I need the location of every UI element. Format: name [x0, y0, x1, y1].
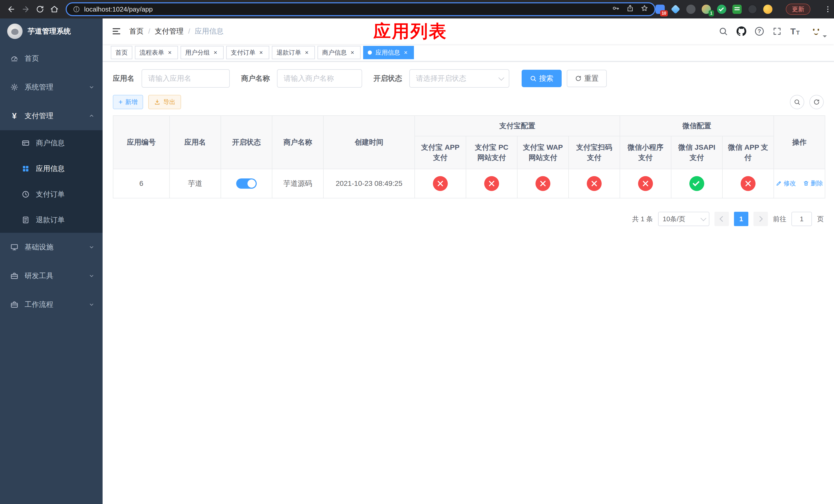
toggle-knob [247, 180, 256, 188]
tab-refund-order[interactable]: 退款订单 × [272, 46, 315, 59]
url-text[interactable]: localhost:1024/pay/app [84, 5, 608, 13]
navbar: 首页 / 支付管理 / 应用信息 应用列表 ? [103, 19, 834, 44]
alipay-app-pay-status-icon [433, 176, 448, 191]
tab-process-form[interactable]: 流程表单 × [135, 46, 178, 59]
breadcrumb-separator: / [188, 27, 190, 36]
fullscreen-icon[interactable] [772, 27, 782, 36]
browser-home-button[interactable] [47, 2, 62, 17]
close-icon[interactable]: × [212, 49, 219, 56]
goto-page-input[interactable] [791, 212, 812, 226]
extension-icon-dark[interactable] [686, 5, 696, 14]
sidebar-item-home[interactable]: 首页 [0, 44, 103, 73]
sidebar-item-refund-order[interactable]: 退款订单 [0, 207, 103, 233]
chevron-down-icon [89, 273, 94, 279]
extension-icon-knot[interactable] [748, 5, 757, 14]
sidebar-item-dev-tools[interactable]: 研发工具 [0, 261, 103, 290]
sidebar: 芋道管理系统 首页 系统管理 ¥ 支付管理 [0, 19, 103, 504]
tab-home[interactable]: 首页 [111, 46, 132, 59]
extension-icon-blue[interactable]: 10 [656, 5, 665, 14]
current-page[interactable]: 1 [734, 212, 748, 226]
extension-badge-green: 1 [708, 10, 714, 17]
tab-app-info-active[interactable]: 应用信息 × [363, 46, 414, 59]
sidebar-item-infrastructure[interactable]: 基础设施 [0, 233, 103, 261]
breadcrumb-home[interactable]: 首页 [129, 26, 144, 36]
delete-link[interactable]: 删除 [803, 179, 823, 187]
alipay-pc-pay-status-icon [484, 176, 499, 191]
status-toggle[interactable] [236, 178, 257, 189]
cell-actions: 修改 删除 [774, 169, 825, 198]
breadcrumb-current: 应用信息 [195, 26, 224, 36]
app-table: 应用编号 应用名 开启状态 商户名称 创建时间 支付宝配置 微信配置 操作 支付… [113, 115, 825, 199]
alipay-wap-pay-status-icon [535, 176, 550, 191]
breadcrumb: 首页 / 支付管理 / 应用信息 [129, 26, 224, 36]
filter-form: 应用名 商户名称 开启状态 请选择开启状态 [113, 69, 824, 88]
search-icon[interactable] [719, 27, 728, 36]
close-icon[interactable]: × [166, 49, 173, 56]
close-icon[interactable]: × [402, 49, 409, 56]
tab-user-group[interactable]: 用户分组 × [180, 46, 224, 59]
edit-link[interactable]: 修改 [776, 179, 796, 187]
browser-update-button[interactable]: 更新 [786, 4, 810, 15]
app-logo[interactable]: 芋道管理系统 [0, 19, 103, 44]
extension-icon-check[interactable] [717, 5, 726, 14]
chevron-up-icon [89, 113, 94, 119]
close-icon[interactable]: × [258, 49, 265, 56]
table-toolbar: + 新增 导出 [113, 95, 824, 109]
bookmark-star-icon[interactable] [641, 4, 648, 14]
sidebar-item-pay-order[interactable]: 支付订单 [0, 182, 103, 207]
payment-submenu: 商户信息 应用信息 支付订单 [0, 130, 103, 233]
navbar-actions: ? TT [719, 23, 826, 40]
prev-page-button[interactable] [715, 212, 729, 226]
col-header-alipay-pc: 支付宝 PC 网站支付 [466, 136, 517, 169]
browser-forward-button[interactable] [19, 2, 33, 17]
sidebar-item-merchant-info[interactable]: 商户信息 [0, 130, 103, 156]
cell-status [221, 169, 272, 198]
sidebar-item-payment[interactable]: ¥ 支付管理 [0, 101, 103, 130]
extension-icon-gem[interactable] [671, 5, 680, 14]
export-button[interactable]: 导出 [148, 95, 181, 109]
caret-down-icon [823, 36, 827, 40]
search-button[interactable]: 搜索 [522, 70, 562, 87]
status-select[interactable]: 请选择开启状态 [409, 69, 509, 88]
merchant-name-input[interactable] [277, 69, 362, 88]
app-name-input[interactable] [141, 69, 230, 88]
extension-icon-duck[interactable] [763, 5, 772, 14]
sidebar-item-app-info[interactable]: 应用信息 [0, 156, 103, 182]
clock-icon [22, 190, 30, 199]
tags-view-bar: 首页 流程表单 × 用户分组 × 支付订单 × 退款订单 × [103, 44, 834, 62]
breadcrumb-payment[interactable]: 支付管理 [155, 26, 184, 36]
toolbox-icon [10, 272, 19, 280]
next-page-button[interactable] [753, 212, 768, 226]
share-icon[interactable] [626, 4, 634, 14]
browser-reload-button[interactable] [33, 2, 47, 17]
user-avatar[interactable] [808, 23, 826, 40]
address-bar[interactable]: localhost:1024/pay/app [66, 2, 656, 16]
sidebar-item-system[interactable]: 系统管理 [0, 73, 103, 101]
refresh-button[interactable] [809, 95, 824, 109]
extension-icon-book[interactable] [732, 5, 742, 14]
sidebar-toggle-icon[interactable] [111, 26, 122, 37]
dashboard-icon [10, 54, 19, 63]
close-icon[interactable]: × [349, 49, 356, 56]
browser-back-button[interactable] [4, 2, 19, 17]
help-icon[interactable]: ? [755, 27, 764, 36]
monitor-icon [10, 243, 19, 251]
password-key-icon[interactable] [612, 4, 620, 14]
col-header-alipay-wap: 支付宝 WAP 网站支付 [517, 136, 569, 169]
sidebar-item-workflow[interactable]: 工作流程 [0, 290, 103, 319]
card-icon [22, 139, 30, 147]
col-group-alipay: 支付宝配置 [415, 116, 620, 136]
page-size-select[interactable]: 10条/页 [658, 212, 709, 226]
tab-pay-order[interactable]: 支付订单 × [226, 46, 269, 59]
tab-merchant-info[interactable]: 商户信息 × [317, 46, 360, 59]
reset-button[interactable]: 重置 [567, 70, 607, 87]
extension-icon-profile[interactable]: 1 [702, 5, 711, 14]
font-size-icon[interactable]: TT [790, 27, 799, 36]
browser-menu-icon[interactable] [822, 3, 834, 15]
toggle-search-button[interactable] [790, 95, 804, 109]
close-icon[interactable]: × [303, 49, 310, 56]
site-info-icon[interactable] [73, 6, 80, 13]
add-button[interactable]: + 新增 [113, 95, 143, 109]
github-icon[interactable] [737, 26, 746, 36]
table-row: 6 芋道 芋道源码 2021-10-23 08:49:25 [113, 169, 825, 198]
